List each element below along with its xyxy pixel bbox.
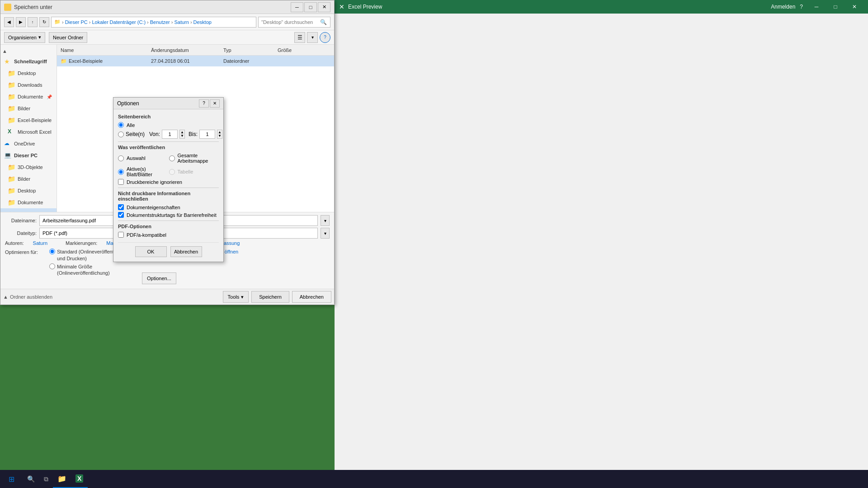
sidebar-item-dokumente-2[interactable]: 📁 Dokumente [0,197,57,208]
sidebar: ▲ ★ Schnellzugriff 📁 Desktop 📁 Downloads… [0,45,57,212]
breadcrumb-bar[interactable]: 📁 › Dieser PC › Lokaler Datenträger (C:)… [51,17,256,28]
taskbar-start-btn[interactable]: ⊞ [0,470,23,488]
sidebar-item-dokumente-1[interactable]: 📁 Dokumente 📌 [0,91,57,103]
view-mode-btn[interactable]: ☰ [294,32,305,43]
view-toggle-btn[interactable]: ▾ [307,32,318,43]
dialog-controls: ─ □ ✕ [291,2,330,12]
excel-signin[interactable]: Anmelden [771,4,795,10]
folder-icon: 📁 [8,187,15,194]
computer-icon: 💻 [4,152,11,159]
nav-forward-btn[interactable]: ▶ [16,17,26,27]
taskbar-excel[interactable]: X [71,470,88,488]
sidebar-item-bilder-1[interactable]: 📁 Bilder [0,103,57,114]
tools-btn[interactable]: Tools ▾ [223,291,249,303]
col-name-header[interactable]: Name [57,47,147,53]
dialog-maximize-btn[interactable]: □ [304,2,317,12]
help-btn[interactable]: ? [320,32,330,43]
tabelle-radio[interactable] [169,169,175,175]
sidebar-item-onedrive[interactable]: ☁ OneDrive [0,138,57,150]
save-btn[interactable]: Speichern [251,291,289,303]
dokumentstruktur-checkbox[interactable] [118,212,124,218]
dokumenteigenschaften-checkbox[interactable] [118,204,124,210]
taskbar-search[interactable]: 🔍 [23,470,39,488]
tags-label: Markierungen: [66,240,97,246]
nav-refresh-btn[interactable]: ↻ [39,17,49,27]
search-input[interactable] [261,19,320,25]
von-input[interactable] [162,130,178,139]
seiten-radio[interactable] [118,131,124,137]
excel-close-btn[interactable]: ✕ [845,0,863,14]
cancel-btn[interactable]: Abbrechen [292,291,331,303]
sidebar-item-microsoft-excel[interactable]: X Microsoft Excel [0,126,57,138]
sidebar-item-desktop-2[interactable]: 📁 Desktop [0,185,57,197]
breadcrumb-part-2[interactable]: Lokaler Datenträger (C:) [92,19,146,25]
tabelle-label: Tabelle [178,169,193,174]
druckbereiche-label: Druckbereiche ignorieren [127,179,182,185]
filetype-dropdown-btn[interactable]: ▾ [321,228,330,239]
gesamte-arbeitsmappe-radio[interactable] [169,155,175,161]
authors-label: Autoren: [5,240,24,246]
breadcrumb-part-3[interactable]: Benutzer [150,19,170,25]
nav-back-btn[interactable]: ◀ [4,17,14,27]
sidebar-item-3d-objekte[interactable]: 📁 3D-Objekte [0,161,57,173]
divider-3 [118,221,219,221]
optionen-btn[interactable]: Optionen... [142,272,176,284]
druckbereiche-checkbox[interactable] [118,179,124,185]
taskbar-explorer[interactable]: 📁 [53,470,71,488]
sidebar-item-schnellzugriff[interactable]: ★ Schnellzugriff [0,56,57,67]
search-box: 🔍 [258,17,330,28]
bis-input[interactable] [199,130,215,139]
sidebar-item-excel-beispiele[interactable]: 📁 Excel-Beispiele [0,114,57,126]
taskbar-task-view[interactable]: ⧉ [39,470,53,488]
excel-help-btn[interactable]: ? [800,4,803,10]
organize-btn[interactable]: Organisieren ▾ [4,32,45,43]
breadcrumb-part-1[interactable]: Dieser PC [65,19,88,25]
col-date-header[interactable]: Änderungsdatum [147,47,220,53]
optimize-minimal-option[interactable]: Minimale Größe (Onlineveröffentlichung) [49,263,134,277]
bis-stepper[interactable]: ▲ ▼ [217,130,222,139]
dialog-close-btn[interactable]: ✕ [318,2,330,12]
breadcrumb-part-4[interactable]: Saturn [174,19,189,25]
new-folder-btn[interactable]: Neuer Ordner [49,32,87,43]
dialog-titlebar: Speichern unter ─ □ ✕ [0,0,334,14]
optionen-ok-btn[interactable]: OK [135,246,167,257]
breadcrumb-part-5[interactable]: Desktop [193,19,212,25]
filename-dropdown-btn[interactable]: ▾ [321,215,330,226]
dokumenteigenschaften-row: Dokumenteigenschaften [118,204,219,210]
col-size-header[interactable]: Größe [274,47,310,53]
optionen-help-btn[interactable]: ? [199,99,209,108]
sidebar-scroll-up[interactable]: ▲ [0,47,57,56]
dialog-minimize-btn[interactable]: ─ [291,2,303,12]
optimize-minimal-radio[interactable] [49,263,55,269]
nav-up-btn[interactable]: ↑ [28,17,38,27]
gesamte-arbeitsmappe-label: Gesamte Arbeitsmappe [178,153,219,164]
col-type-header[interactable]: Typ [220,47,274,53]
search-icon[interactable]: 🔍 [320,19,327,25]
sidebar-item-dieser-pc[interactable]: 💻 Dieser PC [0,150,57,161]
folder-icon: 📁 [8,175,15,183]
sidebar-label-downloads-1: Downloads [18,82,42,88]
hide-folders-btn[interactable]: ▲ Ordner ausblenden [3,294,52,300]
pin-icon: 📌 [47,94,52,99]
sidebar-item-desktop-1[interactable]: 📁 Desktop [0,67,57,79]
sidebar-item-downloads-2[interactable]: 📁 Downloads [0,208,57,212]
table-row[interactable]: 📁 Excel-Beispiele 27.04.2018 06:01 Datei… [57,56,334,66]
sidebar-item-bilder-2[interactable]: 📁 Bilder [0,173,57,185]
authors-value[interactable]: Saturn [33,240,47,246]
iso-kompatibel-checkbox[interactable] [118,232,124,238]
excel-minimize-btn[interactable]: ─ [807,0,826,14]
von-stepper[interactable]: ▲ ▼ [179,130,185,139]
optionen-close-btn[interactable]: ✕ [210,99,220,108]
optionen-abbrechen-btn[interactable]: Abbrechen [170,246,202,257]
sidebar-item-downloads-1[interactable]: 📁 Downloads [0,79,57,91]
alle-radio[interactable] [118,122,124,128]
explorer-icon: 📁 [57,474,66,483]
excel-app-icon: X [8,128,15,136]
aktive-blatt-radio[interactable] [118,169,124,175]
folder-icon: 📁 [8,199,15,206]
iso-kompatibel-label: PDF/a-kompatibel [127,232,166,238]
optimize-standard-radio[interactable] [49,249,55,254]
excel-maximize-btn[interactable]: □ [826,0,844,14]
breadcrumb-part-0[interactable]: 📁 [54,19,61,25]
auswahl-radio[interactable] [118,155,124,161]
